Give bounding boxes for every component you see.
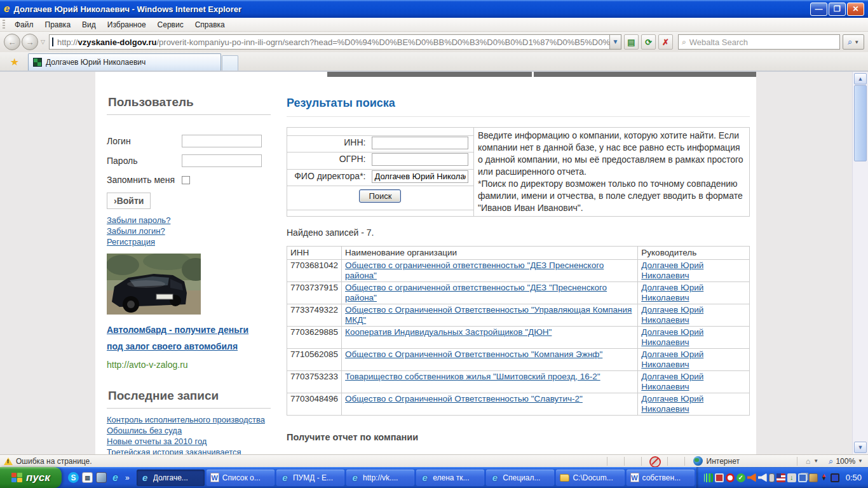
antivirus-ok-icon[interactable]: ✓ [736,473,745,482]
start-button[interactable]: пуск [0,467,62,488]
menu-view[interactable]: Вид [76,18,102,31]
taskbar-button[interactable]: e елена тк... [416,470,484,486]
forward-button[interactable]: → [22,34,38,50]
traffic-updown-icon[interactable]: ▲ [820,473,829,482]
taskbar-button[interactable]: e ПУМД - Е... [276,470,344,486]
ad-car-image[interactable] [107,254,201,315]
new-tab-button[interactable] [222,55,238,71]
taskbar-button[interactable]: C:\Docum... [556,470,624,486]
login-input[interactable] [182,135,262,147]
menu-tools[interactable]: Сервис [152,18,189,31]
address-input[interactable]: http://vzyskanie-dolgov.ru/proverit-komp… [49,34,610,50]
recent-link[interactable]: Новые отчеты за 2010 год [107,436,273,447]
company-link[interactable]: Общество с Ограниченной Ответственностью… [345,349,602,359]
folder-icon [560,473,569,482]
password-label: Пароль [107,156,182,166]
phishing-filter-icon[interactable]: ⌂ [806,457,810,466]
ad-link[interactable]: Автоломбард - получите деньги под залог … [107,322,266,355]
quicklaunch-overflow-icon[interactable]: » [125,473,130,482]
forgot-login-link[interactable]: Забыли логин? [107,226,273,236]
phone-device-icon[interactable] [769,473,775,482]
volume-icon[interactable] [758,473,767,482]
director-link[interactable]: Долгачев Юрий Николаевич [641,372,703,391]
minimize-button[interactable]: — [810,3,827,16]
search-placeholder: Webalta Search [689,37,748,47]
menu-help[interactable]: Справка [189,18,231,31]
display-alert-icon[interactable] [715,473,724,482]
ad-url-link[interactable]: http://avto-v-zalog.ru [107,360,273,370]
opera-icon[interactable] [726,473,735,482]
login-button[interactable]: ›Войти [107,193,151,209]
table-row: 7703629885 Кооператив Индивидуальных Зас… [287,327,750,349]
remember-checkbox[interactable] [182,176,190,184]
forgot-password-link[interactable]: Забыли пароль? [107,215,273,226]
address-dropdown-button[interactable]: ▼ [610,34,621,50]
notepad-icon[interactable]: ▤ [82,472,93,483]
internet-zone-icon [693,456,703,466]
search-input[interactable]: ⌕ Webalta Search [678,34,840,50]
company-link[interactable]: Товарищество собственников жилья "Шмитов… [345,372,600,381]
search-submit-button[interactable]: Поиск [359,189,401,203]
menu-file[interactable]: Файл [9,18,39,31]
compatibility-icon[interactable]: ▤ [624,34,639,50]
scroll-thumb[interactable] [854,85,867,161]
display-settings-icon[interactable] [831,473,839,482]
director-link[interactable]: Долгачев Юрий Николаевич [641,261,703,280]
recent-link[interactable]: Обошлись без суда [107,425,273,436]
recent-links: Контроль исполнительного производства Об… [107,414,273,454]
history-dropdown-icon[interactable]: ▽ [41,39,45,45]
scroll-down-button[interactable]: ▼ [854,442,867,453]
recent-link[interactable]: Контроль исполнительного производства [107,414,273,425]
director-link[interactable]: Долгачев Юрий Николаевич [641,327,703,347]
company-link[interactable]: Общество с ограниченной ответственностью… [345,283,607,302]
network-signal-icon[interactable] [704,473,713,482]
removable-device-icon[interactable] [809,473,818,482]
refresh-button[interactable]: ⟳ [641,34,656,50]
page-error-icon [4,458,13,465]
taskbar-button[interactable]: W собствен... [627,470,695,486]
director-link[interactable]: Долгачев Юрий Николаевич [641,349,703,369]
fio-input[interactable] [372,170,468,183]
login-label: Логин [107,136,182,146]
ie-quicklaunch-icon[interactable]: e [110,472,121,483]
company-link[interactable]: Общество с Ограниченной Ответственностью… [345,305,632,325]
zoom-control[interactable]: ⌕ 100% ▼ [824,456,868,466]
director-link[interactable]: Долгачев Юрий Николаевич [641,283,703,302]
tab-active[interactable]: Долгачев Юрий Николаевич [28,53,221,71]
restore-button[interactable]: ❐ [829,3,846,16]
register-link[interactable]: Регистрация [107,236,273,247]
phishing-caret-icon[interactable]: ▼ [813,458,818,464]
close-button[interactable]: ✕ [847,3,864,16]
download-manager-icon[interactable]: ↓ [787,473,796,482]
inn-input[interactable] [372,137,468,149]
password-input[interactable] [182,154,262,167]
taskbar-button[interactable]: W Список о... [207,470,275,486]
scroll-up-button[interactable]: ▲ [854,73,867,85]
tab-strip: ★ Долгачев Юрий Николаевич [0,52,868,72]
search-options-caret-icon: ▼ [854,39,859,45]
privacy-blocked-icon[interactable] [650,457,659,466]
taskbar-button[interactable]: e Специал... [486,470,554,486]
company-link[interactable]: Кооператив Индивидуальных Застройщиков "… [345,327,552,337]
search-go-button[interactable]: ⌕ ▼ [843,34,864,50]
favorites-star-icon[interactable]: ★ [5,55,24,69]
show-desktop-icon[interactable] [96,472,107,483]
menu-favorites[interactable]: Избранное [102,18,152,31]
taskbar-button[interactable]: e http://vk.... [346,470,414,486]
company-link[interactable]: Общество с Ограниченной Ответственностью… [345,394,583,403]
vertical-scrollbar[interactable]: ▲ ▼ [852,72,868,454]
director-link[interactable]: Долгачев Юрий Николаевич [641,305,703,325]
taskbar-button[interactable]: e Долгаче... [137,470,205,486]
back-button[interactable]: ← [4,34,20,50]
skype-icon[interactable]: S [68,472,79,483]
director-link[interactable]: Долгачев Юрий Николаевич [641,394,703,414]
stop-button[interactable]: ✗ [658,34,673,50]
network-connection-icon[interactable] [798,473,807,482]
volume-muted-icon[interactable] [747,473,756,482]
language-flag-icon[interactable] [776,473,785,482]
menu-edit[interactable]: Правка [39,18,77,31]
ogrn-input[interactable] [372,153,468,166]
recent-link[interactable]: Третейская история заканчивается [107,447,273,454]
company-link[interactable]: Общество с ограниченной ответственностью… [345,261,604,280]
window-title: Долгачев Юрий Николаевич - Windows Inter… [13,4,810,14]
